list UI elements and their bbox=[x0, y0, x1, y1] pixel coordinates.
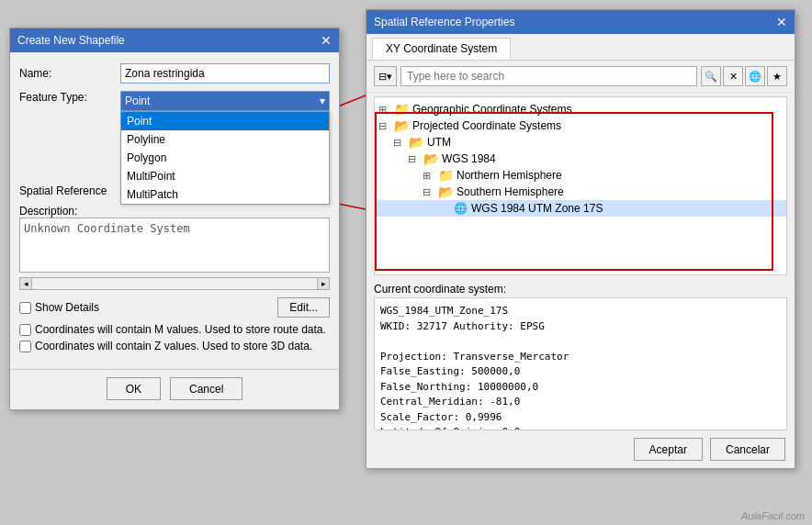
dropdown-item-point[interactable]: Point bbox=[121, 112, 329, 130]
folder-northern-icon: 📁 bbox=[437, 168, 454, 183]
watermark: AulaFacil.com bbox=[741, 510, 805, 521]
label-southern: Southern Hemisphere bbox=[457, 185, 564, 198]
coord-system-label: Current coordinate system: bbox=[374, 283, 787, 296]
coordinate-tree[interactable]: ⊞ 📁 Geographic Coordinate Systems ⊟ 📂 Pr… bbox=[374, 96, 787, 275]
feature-type-label: Feature Type: bbox=[19, 91, 120, 104]
filter-button[interactable]: ⊟▾ bbox=[374, 66, 397, 86]
coord-system-text: WGS_1984_UTM_Zone_17S WKID: 32717 Author… bbox=[380, 304, 781, 430]
label-utm: UTM bbox=[427, 136, 451, 149]
tree-item-southern[interactable]: ⊟ 📂 Southern Hemisphere bbox=[375, 184, 786, 200]
label-wgs84-17s: WGS 1984 UTM Zone 17S bbox=[471, 202, 603, 215]
feature-type-select[interactable]: Point ▾ bbox=[120, 91, 330, 111]
expand-wgs84[interactable]: ⊟ bbox=[408, 153, 423, 165]
edit-button[interactable]: Edit... bbox=[277, 297, 330, 318]
coord-m-label: Coordinates will contain M values. Used … bbox=[35, 323, 326, 336]
shapefile-titlebar: Create New Shapefile ✕ bbox=[10, 28, 339, 52]
expand-geographic[interactable]: ⊞ bbox=[378, 104, 393, 116]
name-label: Name: bbox=[19, 67, 120, 80]
description-box: Unknown Coordinate System bbox=[19, 218, 330, 273]
cancelar-button[interactable]: Cancelar bbox=[710, 438, 785, 461]
expand-projected[interactable]: ⊟ bbox=[378, 120, 393, 132]
hscroll-right-btn[interactable]: ▸ bbox=[317, 277, 330, 290]
coord-options: Coordinates will contain M values. Used … bbox=[19, 323, 330, 352]
hscroll-row: ◂ ▸ bbox=[19, 277, 330, 290]
globe-icon: 🌐 bbox=[749, 71, 761, 83]
coord-z-option: Coordinates will contain Z values. Used … bbox=[19, 340, 330, 352]
bookmark-btn[interactable]: ★ bbox=[767, 66, 787, 86]
search-button[interactable]: 🔍 bbox=[701, 66, 721, 86]
cancel-button[interactable]: Cancel bbox=[170, 377, 242, 400]
ok-button[interactable]: OK bbox=[107, 377, 161, 400]
description-section: Description: Unknown Coordinate System bbox=[19, 205, 330, 275]
dropdown-item-multipoint[interactable]: MultiPoint bbox=[121, 167, 329, 185]
clear-icon: ✕ bbox=[729, 71, 738, 83]
spatial-title: Spatial Reference Properties bbox=[374, 16, 514, 28]
description-label: Description: bbox=[19, 205, 77, 218]
tree-item-projected[interactable]: ⊟ 📂 Projected Coordinate Systems bbox=[375, 117, 786, 134]
spatial-footer: Aceptar Cancelar bbox=[367, 430, 795, 468]
globe-17s-icon: 🌐 bbox=[452, 201, 468, 216]
folder-projected-icon: 📂 bbox=[393, 118, 410, 133]
shapefile-close-button[interactable]: ✕ bbox=[321, 34, 332, 47]
search-icon: 🔍 bbox=[705, 71, 717, 83]
tree-item-northern[interactable]: ⊞ 📁 Northern Hemisphere bbox=[375, 167, 786, 184]
expand-northern[interactable]: ⊞ bbox=[423, 170, 437, 182]
show-details-checkbox-label[interactable]: Show Details bbox=[19, 301, 99, 314]
label-northern: Northern Hemisphere bbox=[457, 169, 562, 182]
shapefile-body: Name: Feature Type: Point ▾ Point Polyli… bbox=[10, 52, 339, 369]
name-row: Name: bbox=[19, 63, 330, 84]
folder-utm-icon: 📂 bbox=[408, 135, 424, 150]
aceptar-button[interactable]: Aceptar bbox=[634, 438, 703, 461]
tree-item-wgs84[interactable]: ⊟ 📂 WGS 1984 bbox=[375, 151, 786, 167]
coord-m-option: Coordinates will contain M values. Used … bbox=[19, 323, 330, 336]
clear-search-button[interactable]: ✕ bbox=[723, 66, 743, 86]
spatial-titlebar: Spatial Reference Properties ✕ bbox=[367, 10, 795, 34]
tab-bar: XY Coordinate System bbox=[367, 34, 795, 61]
filter-icon: ⊟▾ bbox=[378, 71, 392, 82]
feature-type-wrapper: Point ▾ Point Polyline Polygon MultiPoin… bbox=[120, 91, 330, 111]
feature-type-row: Feature Type: Point ▾ Point Polyline Pol… bbox=[19, 91, 330, 111]
hscroll-left-btn[interactable]: ◂ bbox=[19, 277, 32, 290]
coord-z-checkbox[interactable] bbox=[19, 341, 31, 352]
tree-item-geographic[interactable]: ⊞ 📁 Geographic Coordinate Systems bbox=[375, 101, 786, 117]
shapefile-title: Create New Shapefile bbox=[17, 34, 125, 47]
globe-btn[interactable]: 🌐 bbox=[745, 66, 765, 86]
show-details-checkbox[interactable] bbox=[19, 302, 31, 314]
hscroll-track[interactable] bbox=[32, 277, 317, 290]
dropdown-item-polyline[interactable]: Polyline bbox=[121, 130, 329, 149]
shapefile-footer: OK Cancel bbox=[10, 369, 339, 409]
show-details-label: Show Details bbox=[35, 301, 99, 314]
dropdown-item-multipatch[interactable]: MultiPatch bbox=[121, 185, 329, 204]
expand-utm[interactable]: ⊟ bbox=[393, 137, 408, 149]
folder-geographic-icon: 📁 bbox=[393, 102, 410, 117]
feature-type-arrow: ▾ bbox=[320, 95, 325, 107]
label-projected: Projected Coordinate Systems bbox=[412, 119, 561, 132]
coord-system-box: WGS_1984_UTM_Zone_17S WKID: 32717 Author… bbox=[374, 297, 787, 430]
folder-southern-icon: 📂 bbox=[437, 184, 454, 199]
spatial-ref-label: Spatial Reference bbox=[19, 184, 120, 197]
bookmark-icon: ★ bbox=[773, 71, 782, 83]
feature-type-value: Point bbox=[125, 95, 150, 107]
spatial-dialog: Spatial Reference Properties ✕ XY Coordi… bbox=[366, 9, 795, 469]
tab-xy-coordinate[interactable]: XY Coordinate System bbox=[372, 38, 511, 60]
expand-southern[interactable]: ⊟ bbox=[423, 186, 437, 198]
label-wgs84: WGS 1984 bbox=[442, 152, 496, 165]
shapefile-dialog: Create New Shapefile ✕ Name: Feature Typ… bbox=[9, 28, 340, 410]
search-input[interactable] bbox=[400, 66, 697, 86]
folder-wgs84-icon: 📂 bbox=[423, 151, 439, 166]
name-input[interactable] bbox=[120, 63, 330, 84]
tree-item-wgs84-17s[interactable]: ⊞ 🌐 WGS 1984 UTM Zone 17S bbox=[375, 200, 786, 217]
spatial-toolbar: ⊟▾ 🔍 ✕ 🌐 ★ bbox=[367, 61, 795, 93]
spatial-close-button[interactable]: ✕ bbox=[776, 16, 787, 28]
dropdown-item-polygon[interactable]: Polygon bbox=[121, 149, 329, 167]
show-details-row: Show Details Edit... bbox=[19, 297, 330, 318]
tree-item-utm[interactable]: ⊟ 📂 UTM bbox=[375, 134, 786, 151]
coord-z-label: Coordinates will contain Z values. Used … bbox=[35, 340, 312, 352]
feature-type-dropdown: Point Polyline Polygon MultiPoint MultiP… bbox=[120, 111, 330, 205]
coord-m-checkbox[interactable] bbox=[19, 324, 31, 336]
search-actions: 🔍 ✕ 🌐 ★ bbox=[701, 66, 787, 86]
coord-system-section: Current coordinate system: WGS_1984_UTM_… bbox=[367, 279, 795, 430]
label-geographic: Geographic Coordinate Systems bbox=[412, 103, 571, 116]
